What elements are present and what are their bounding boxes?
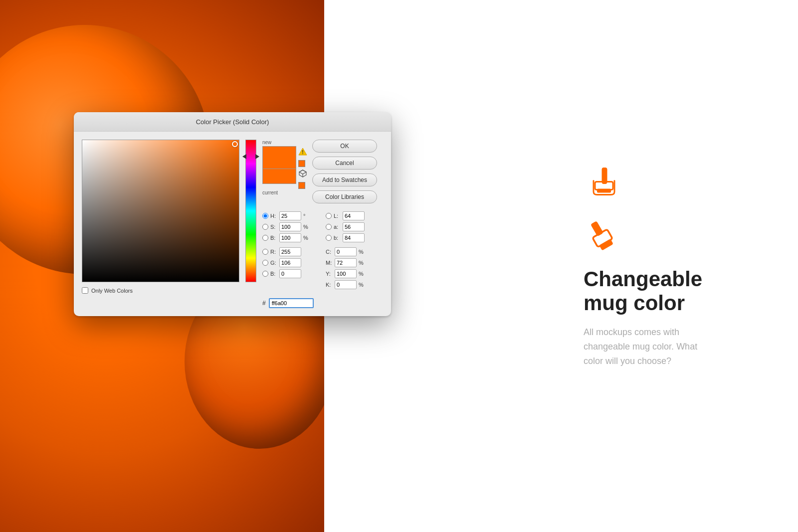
cancel-button[interactable]: Cancel	[312, 157, 377, 170]
label-c: C:	[326, 249, 333, 255]
label-b2: b:	[334, 235, 341, 241]
input-s[interactable]: 100	[279, 222, 301, 231]
label-r: R:	[270, 249, 277, 255]
label-s: S:	[270, 224, 277, 230]
unit-k: %	[359, 282, 365, 288]
only-web-colors-row: Only Web Colors	[82, 287, 239, 294]
field-row-s: S: 100 %	[262, 222, 320, 231]
radio-b[interactable]	[262, 235, 268, 241]
unit-m: %	[359, 260, 365, 266]
color-fields: H: 25 ° S: 100 %	[262, 211, 383, 291]
radio-a[interactable]	[326, 224, 332, 230]
dialog-title: Color Picker (Solid Color)	[196, 118, 269, 126]
field-row-c: C: 0 %	[326, 247, 383, 256]
radio-s[interactable]	[262, 224, 268, 230]
label-k: K:	[326, 282, 333, 288]
unit-y: %	[359, 271, 365, 277]
input-c[interactable]: 0	[335, 247, 357, 256]
field-row-m: M: 72 %	[326, 258, 383, 267]
label-blue: B:	[270, 271, 277, 277]
radio-h[interactable]	[262, 213, 268, 219]
label-current: current	[262, 190, 278, 195]
color-new-swatch	[262, 146, 296, 169]
svg-marker-3	[299, 170, 306, 174]
radio-blue[interactable]	[262, 271, 268, 277]
color-picker-dialog: Color Picker (Solid Color) Only Web Colo…	[74, 112, 391, 316]
color-libraries-button[interactable]: Color Libraries	[312, 190, 377, 203]
input-g[interactable]: 106	[279, 258, 301, 267]
add-to-swatches-button[interactable]: Add to Swatches	[312, 174, 377, 186]
ok-button[interactable]: OK	[312, 140, 377, 153]
input-m[interactable]: 72	[335, 258, 357, 267]
field-row-g: G: 106	[262, 258, 320, 267]
hue-slider[interactable]	[245, 140, 256, 282]
cube-icon[interactable]	[298, 169, 307, 180]
radio-b2[interactable]	[326, 235, 332, 241]
picker-cursor	[232, 141, 238, 147]
field-row-a: a: 56	[326, 222, 383, 231]
field-row-blue: B: 0	[262, 269, 320, 278]
main-heading: Changeable mug color	[584, 267, 758, 315]
gradient-picker[interactable]	[82, 140, 239, 282]
field-row-b2: b: 84	[326, 233, 383, 242]
dialog-titlebar: Color Picker (Solid Color)	[74, 112, 391, 132]
right-panel: new !	[262, 140, 383, 308]
icon-wrapper	[584, 218, 758, 255]
field-row-k: K: 0 %	[326, 280, 383, 289]
hue-arrow-left	[242, 154, 246, 159]
unit-b: %	[303, 235, 309, 241]
right-content: Changeable mug color All mockups comes w…	[584, 164, 758, 368]
unit-s: %	[303, 224, 309, 230]
radio-l[interactable]	[326, 213, 332, 219]
only-web-colors-label: Only Web Colors	[91, 288, 133, 294]
input-y[interactable]: 100	[335, 269, 357, 278]
dialog-buttons: OK Cancel Add to Swatches Color Librarie…	[312, 140, 377, 203]
svg-rect-10	[599, 238, 613, 250]
unit-h: °	[303, 213, 309, 219]
paint-icon	[584, 164, 758, 206]
color-current-swatch	[262, 169, 296, 184]
hex-hash-label: #	[262, 300, 266, 307]
gradient-dark	[82, 140, 239, 282]
label-y: Y:	[326, 271, 333, 277]
radio-r[interactable]	[262, 249, 268, 255]
orange-square-small-top[interactable]	[298, 160, 305, 167]
fields-right: L: 64 a: 56 b: 84	[326, 211, 383, 291]
color-gradient-area: Only Web Colors	[82, 140, 239, 294]
hue-slider-container	[245, 140, 256, 282]
input-l[interactable]: 64	[343, 211, 365, 220]
label-l: L:	[334, 213, 341, 219]
field-row-r: R: 255	[262, 247, 320, 256]
label-new: new	[262, 140, 271, 145]
label-h: H:	[270, 213, 277, 219]
label-g: G:	[270, 260, 277, 266]
svg-text:!: !	[302, 150, 303, 155]
label-m: M:	[326, 260, 333, 266]
input-blue[interactable]: 0	[279, 269, 301, 278]
field-row-l: L: 64	[326, 211, 383, 220]
label-b: B:	[270, 235, 277, 241]
label-a: a:	[334, 224, 341, 230]
field-row-y: Y: 100 %	[326, 269, 383, 278]
orange-square-small-bottom[interactable]	[298, 182, 305, 189]
input-b2[interactable]: 84	[343, 233, 365, 242]
radio-g[interactable]	[262, 260, 268, 266]
svg-rect-7	[597, 188, 611, 192]
input-b[interactable]: 100	[279, 233, 301, 242]
input-h[interactable]: 25	[279, 211, 301, 220]
input-a[interactable]: 56	[343, 222, 365, 231]
fields-left: H: 25 ° S: 100 %	[262, 211, 320, 291]
input-k[interactable]: 0	[335, 280, 357, 289]
unit-c: %	[359, 249, 365, 255]
hue-arrow-right	[255, 154, 259, 159]
field-row-h: H: 25 °	[262, 211, 320, 220]
hex-row: # ff6a00	[262, 298, 383, 308]
warning-triangle-icon[interactable]: !	[298, 147, 307, 158]
input-r[interactable]: 255	[279, 247, 301, 256]
only-web-colors-checkbox[interactable]	[82, 287, 88, 294]
field-row-b: B: 100 %	[262, 233, 320, 242]
sub-text: All mockups comes with changeable mug co…	[584, 325, 758, 368]
hex-input[interactable]: ff6a00	[269, 298, 314, 308]
